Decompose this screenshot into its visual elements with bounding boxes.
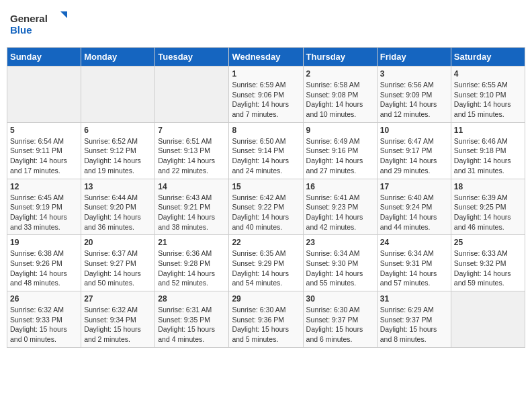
calendar-cell: 9Sunrise: 6:49 AM Sunset: 9:16 PM Daylig… bbox=[303, 122, 377, 179]
calendar-cell: 18Sunrise: 6:39 AM Sunset: 9:25 PM Dayli… bbox=[451, 179, 525, 235]
day-info: Sunrise: 6:35 AM Sunset: 9:29 PM Dayligh… bbox=[232, 248, 300, 288]
calendar-cell: 16Sunrise: 6:41 AM Sunset: 9:23 PM Dayli… bbox=[303, 179, 377, 235]
calendar-cell: 28Sunrise: 6:31 AM Sunset: 9:35 PM Dayli… bbox=[155, 291, 229, 348]
day-info: Sunrise: 6:37 AM Sunset: 9:27 PM Dayligh… bbox=[84, 248, 152, 288]
day-info: Sunrise: 6:41 AM Sunset: 9:23 PM Dayligh… bbox=[306, 193, 374, 232]
calendar-cell: 13Sunrise: 6:44 AM Sunset: 9:20 PM Dayli… bbox=[81, 179, 155, 235]
calendar-cell bbox=[451, 291, 525, 348]
calendar-cell: 24Sunrise: 6:34 AM Sunset: 9:31 PM Dayli… bbox=[377, 235, 451, 291]
week-row-4: 26Sunrise: 6:32 AM Sunset: 9:33 PM Dayli… bbox=[7, 291, 525, 348]
day-number: 25 bbox=[454, 238, 522, 247]
day-info: Sunrise: 6:54 AM Sunset: 9:11 PM Dayligh… bbox=[10, 136, 78, 176]
calendar-cell: 25Sunrise: 6:33 AM Sunset: 9:32 PM Dayli… bbox=[451, 235, 525, 291]
day-info: Sunrise: 6:32 AM Sunset: 9:33 PM Dayligh… bbox=[10, 305, 78, 345]
calendar-cell bbox=[7, 66, 81, 123]
day-number: 7 bbox=[158, 126, 226, 135]
day-info: Sunrise: 6:43 AM Sunset: 9:21 PM Dayligh… bbox=[158, 193, 226, 232]
calendar-cell: 5Sunrise: 6:54 AM Sunset: 9:11 PM Daylig… bbox=[7, 122, 81, 179]
day-info: Sunrise: 6:59 AM Sunset: 9:06 PM Dayligh… bbox=[232, 80, 300, 120]
svg-marker-1 bbox=[60, 11, 67, 18]
day-info: Sunrise: 6:45 AM Sunset: 9:19 PM Dayligh… bbox=[10, 193, 78, 232]
calendar-cell: 29Sunrise: 6:30 AM Sunset: 9:36 PM Dayli… bbox=[229, 291, 303, 348]
calendar-cell: 20Sunrise: 6:37 AM Sunset: 9:27 PM Dayli… bbox=[81, 235, 155, 291]
day-number: 27 bbox=[84, 294, 152, 304]
calendar-cell: 15Sunrise: 6:42 AM Sunset: 9:22 PM Dayli… bbox=[229, 179, 303, 235]
day-number: 11 bbox=[454, 126, 522, 135]
calendar-cell: 11Sunrise: 6:46 AM Sunset: 9:18 PM Dayli… bbox=[451, 122, 525, 179]
day-number: 8 bbox=[232, 126, 300, 135]
calendar-cell: 3Sunrise: 6:56 AM Sunset: 9:09 PM Daylig… bbox=[377, 66, 451, 123]
day-info: Sunrise: 6:40 AM Sunset: 9:24 PM Dayligh… bbox=[380, 193, 448, 232]
weekday-header-row: SundayMondayTuesdayWednesdayThursdayFrid… bbox=[7, 48, 525, 66]
calendar-cell bbox=[155, 66, 229, 123]
day-number: 13 bbox=[84, 182, 152, 191]
day-info: Sunrise: 6:31 AM Sunset: 9:35 PM Dayligh… bbox=[158, 305, 226, 345]
calendar-cell: 31Sunrise: 6:29 AM Sunset: 9:37 PM Dayli… bbox=[377, 291, 451, 348]
calendar-cell: 30Sunrise: 6:30 AM Sunset: 9:37 PM Dayli… bbox=[303, 291, 377, 348]
day-info: Sunrise: 6:50 AM Sunset: 9:14 PM Dayligh… bbox=[232, 136, 300, 176]
day-number: 2 bbox=[306, 69, 374, 79]
day-number: 29 bbox=[232, 294, 300, 304]
day-number: 1 bbox=[232, 69, 300, 79]
calendar-cell: 8Sunrise: 6:50 AM Sunset: 9:14 PM Daylig… bbox=[229, 122, 303, 179]
day-info: Sunrise: 6:42 AM Sunset: 9:22 PM Dayligh… bbox=[232, 193, 300, 232]
day-info: Sunrise: 6:39 AM Sunset: 9:25 PM Dayligh… bbox=[454, 193, 522, 232]
day-info: Sunrise: 6:33 AM Sunset: 9:32 PM Dayligh… bbox=[454, 248, 522, 288]
calendar-cell: 19Sunrise: 6:38 AM Sunset: 9:26 PM Dayli… bbox=[7, 235, 81, 291]
day-number: 31 bbox=[380, 294, 448, 304]
calendar-table: SundayMondayTuesdayWednesdayThursdayFrid… bbox=[7, 47, 525, 348]
day-number: 21 bbox=[158, 238, 226, 247]
day-info: Sunrise: 6:30 AM Sunset: 9:36 PM Dayligh… bbox=[232, 305, 300, 345]
calendar-cell: 23Sunrise: 6:34 AM Sunset: 9:30 PM Dayli… bbox=[303, 235, 377, 291]
week-row-2: 12Sunrise: 6:45 AM Sunset: 9:19 PM Dayli… bbox=[7, 179, 525, 235]
calendar-cell: 12Sunrise: 6:45 AM Sunset: 9:19 PM Dayli… bbox=[7, 179, 81, 235]
day-info: Sunrise: 6:44 AM Sunset: 9:20 PM Dayligh… bbox=[84, 193, 152, 232]
day-number: 6 bbox=[84, 126, 152, 135]
day-info: Sunrise: 6:34 AM Sunset: 9:30 PM Dayligh… bbox=[306, 248, 374, 288]
day-info: Sunrise: 6:34 AM Sunset: 9:31 PM Dayligh… bbox=[380, 248, 448, 288]
logo-svg: General Blue bbox=[10, 10, 71, 37]
day-info: Sunrise: 6:38 AM Sunset: 9:26 PM Dayligh… bbox=[10, 248, 78, 288]
day-number: 19 bbox=[10, 238, 78, 247]
day-number: 23 bbox=[306, 238, 374, 247]
day-number: 14 bbox=[158, 182, 226, 191]
calendar-cell: 17Sunrise: 6:40 AM Sunset: 9:24 PM Dayli… bbox=[377, 179, 451, 235]
day-number: 9 bbox=[306, 126, 374, 135]
day-number: 4 bbox=[454, 69, 522, 79]
day-info: Sunrise: 6:58 AM Sunset: 9:08 PM Dayligh… bbox=[306, 80, 374, 120]
day-number: 5 bbox=[10, 126, 78, 135]
calendar-cell: 27Sunrise: 6:32 AM Sunset: 9:34 PM Dayli… bbox=[81, 291, 155, 348]
day-info: Sunrise: 6:32 AM Sunset: 9:34 PM Dayligh… bbox=[84, 305, 152, 345]
page-header: General Blue bbox=[7, 7, 525, 40]
calendar-cell: 26Sunrise: 6:32 AM Sunset: 9:33 PM Dayli… bbox=[7, 291, 81, 348]
calendar-cell: 6Sunrise: 6:52 AM Sunset: 9:12 PM Daylig… bbox=[81, 122, 155, 179]
day-info: Sunrise: 6:56 AM Sunset: 9:09 PM Dayligh… bbox=[380, 80, 448, 120]
weekday-header-thursday: Thursday bbox=[303, 48, 377, 66]
day-number: 28 bbox=[158, 294, 226, 304]
calendar-cell: 7Sunrise: 6:51 AM Sunset: 9:13 PM Daylig… bbox=[155, 122, 229, 179]
day-info: Sunrise: 6:47 AM Sunset: 9:17 PM Dayligh… bbox=[380, 136, 448, 176]
week-row-3: 19Sunrise: 6:38 AM Sunset: 9:26 PM Dayli… bbox=[7, 235, 525, 291]
day-info: Sunrise: 6:49 AM Sunset: 9:16 PM Dayligh… bbox=[306, 136, 374, 176]
weekday-header-tuesday: Tuesday bbox=[155, 48, 229, 66]
calendar-cell: 14Sunrise: 6:43 AM Sunset: 9:21 PM Dayli… bbox=[155, 179, 229, 235]
calendar-cell: 21Sunrise: 6:36 AM Sunset: 9:28 PM Dayli… bbox=[155, 235, 229, 291]
svg-text:Blue: Blue bbox=[10, 24, 32, 36]
weekday-header-saturday: Saturday bbox=[451, 48, 525, 66]
day-number: 18 bbox=[454, 182, 522, 191]
calendar-cell: 4Sunrise: 6:55 AM Sunset: 9:10 PM Daylig… bbox=[451, 66, 525, 123]
calendar-cell bbox=[81, 66, 155, 123]
day-number: 30 bbox=[306, 294, 374, 304]
day-number: 10 bbox=[380, 126, 448, 135]
day-info: Sunrise: 6:51 AM Sunset: 9:13 PM Dayligh… bbox=[158, 136, 226, 176]
day-number: 3 bbox=[380, 69, 448, 79]
day-info: Sunrise: 6:52 AM Sunset: 9:12 PM Dayligh… bbox=[84, 136, 152, 176]
day-number: 16 bbox=[306, 182, 374, 191]
day-number: 15 bbox=[232, 182, 300, 191]
day-number: 17 bbox=[380, 182, 448, 191]
day-info: Sunrise: 6:36 AM Sunset: 9:28 PM Dayligh… bbox=[158, 248, 226, 288]
logo: General Blue bbox=[10, 10, 71, 37]
day-info: Sunrise: 6:46 AM Sunset: 9:18 PM Dayligh… bbox=[454, 136, 522, 176]
calendar-cell: 1Sunrise: 6:59 AM Sunset: 9:06 PM Daylig… bbox=[229, 66, 303, 123]
day-info: Sunrise: 6:55 AM Sunset: 9:10 PM Dayligh… bbox=[454, 80, 522, 120]
